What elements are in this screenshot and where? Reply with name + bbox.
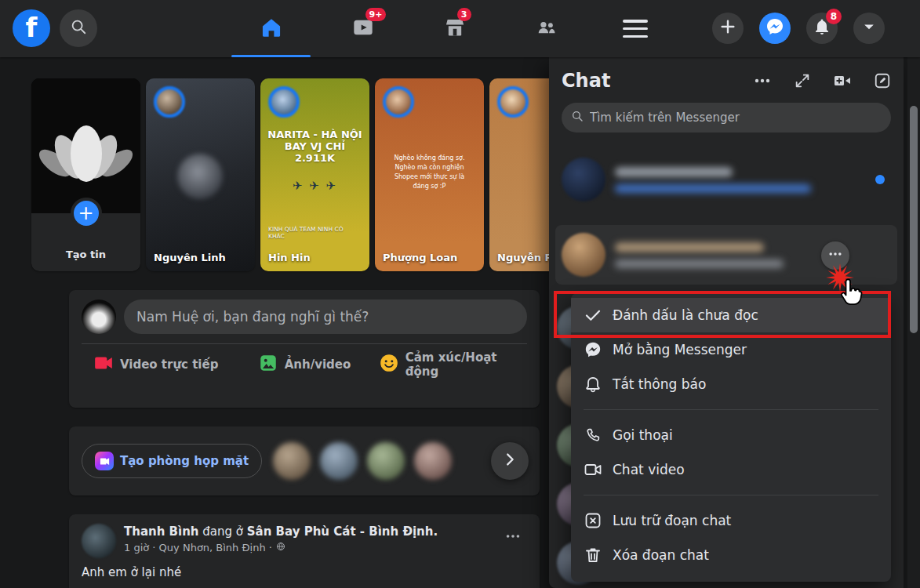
redacted-chat-message	[615, 260, 784, 268]
story-card[interactable]: Nguyên Linh	[146, 78, 255, 271]
photo-video-label: Ảnh/video	[285, 358, 351, 372]
rooms-next-button[interactable]	[491, 442, 529, 480]
groups-icon	[536, 16, 558, 42]
menu-divider	[584, 409, 878, 410]
chevron-down-icon	[861, 19, 877, 38]
tab-home[interactable]	[225, 0, 317, 57]
home-icon	[260, 16, 282, 42]
post-timestamp[interactable]: 1 giờ · Quy Nhơn, Bình Định ·	[124, 542, 272, 554]
post-title: Thanh Bình đang ở Sân Bay Phù Cát - Bình…	[124, 524, 438, 539]
create-story-plus-icon[interactable]: +	[71, 198, 102, 229]
expand-chat-icon[interactable]	[794, 72, 811, 89]
live-video-button[interactable]: Video trực tiếp	[82, 349, 230, 380]
search-icon	[571, 110, 584, 125]
tab-marketplace[interactable]: 3	[409, 0, 500, 57]
create-room-button[interactable]: Tạo phòng họp mặt	[82, 444, 262, 478]
menu-item-open-in-messenger[interactable]: Mở bằng Messenger	[571, 332, 891, 367]
messenger-button[interactable]	[759, 13, 791, 44]
page-scrollbar-track[interactable]	[907, 57, 920, 588]
room-participants	[273, 442, 452, 480]
check-icon	[584, 306, 602, 325]
chat-avatar	[562, 233, 605, 277]
story-author-avatar	[497, 86, 529, 118]
live-video-label: Video trực tiếp	[120, 358, 219, 372]
current-user-avatar[interactable]	[82, 299, 116, 334]
search-icon	[70, 18, 87, 38]
messenger-icon	[765, 17, 784, 39]
menu-item-video-chat[interactable]: Chat video	[571, 452, 891, 487]
facebook-logo[interactable]: f	[13, 9, 50, 47]
post-location-link[interactable]: Sân Bay Phù Cát - Bình Định.	[247, 524, 438, 539]
more-dots-icon	[504, 528, 522, 548]
post-meta: 1 giờ · Quy Nhơn, Bình Định ·	[124, 542, 438, 554]
menu-item-mark-unread[interactable]: Đánh dấu là chưa đọc	[571, 298, 891, 332]
avatar[interactable]	[414, 442, 452, 480]
live-video-icon	[93, 353, 114, 376]
composer-divider	[82, 343, 527, 344]
smiley-icon	[379, 353, 399, 376]
rooms-bar: Tạo phòng họp mặt	[69, 426, 540, 495]
menu-item-voice-call[interactable]: Gọi thoại	[571, 418, 891, 452]
post-author-name[interactable]: Thanh Bình	[124, 524, 199, 539]
more-dots-icon	[827, 246, 843, 265]
page-scrollbar-thumb[interactable]	[910, 106, 918, 333]
messenger-search-input[interactable]	[590, 111, 882, 125]
create-story-card[interactable]: + Tạo tin	[31, 78, 140, 271]
redacted-chat-name	[615, 242, 764, 252]
notifications-badge: 8	[826, 9, 842, 24]
menu-divider	[584, 495, 878, 495]
globe-icon	[276, 542, 285, 554]
trash-icon	[584, 546, 602, 564]
story-overlay-title: NARITA - HÀ NỘI BAY VJ CHỈ 2.911K	[267, 129, 363, 164]
chat-dropdown-panel: Chat	[549, 57, 904, 588]
notifications-button[interactable]: 8	[806, 13, 838, 44]
feed-post: Thanh Bình đang ở Sân Bay Phù Cát - Bình…	[69, 514, 540, 588]
create-story-label: Tạo tin	[31, 249, 140, 260]
main-menu-button[interactable]	[623, 20, 648, 38]
story-card[interactable]: Nghèo không đáng sợ. Nghèo mà còn nghiện…	[375, 78, 484, 271]
menu-item-delete-chat[interactable]: Xóa đoạn chat	[571, 538, 891, 572]
avatar[interactable]	[320, 442, 358, 480]
menu-item-archive-chat[interactable]: Lưu trữ đoạn chat	[571, 503, 891, 538]
chat-panel-title: Chat	[562, 70, 610, 92]
menu-item-label: Mở bằng Messenger	[613, 342, 747, 358]
post-body-text: Anh em ở lại nhé	[82, 565, 527, 579]
compose-message-icon[interactable]	[874, 72, 891, 89]
search-button[interactable]	[60, 9, 97, 47]
facebook-logo-letter: f	[26, 14, 38, 41]
chat-conversation-row[interactable]	[555, 150, 897, 209]
feeling-activity-label: Cảm xúc/Hoạt động	[405, 350, 527, 379]
conversation-options-button[interactable]	[821, 241, 849, 270]
chat-options-icon[interactable]	[753, 71, 772, 90]
menu-item-label: Chat video	[613, 462, 685, 477]
post-author-avatar[interactable]	[82, 524, 116, 558]
chat-avatar	[562, 158, 605, 201]
story-overlay-caption: KINH QUÁ TEAM NINH CÓ KHÁC	[268, 226, 346, 240]
tab-watch[interactable]: 9+	[317, 0, 409, 57]
story-author-avatar	[383, 86, 414, 118]
account-menu-button[interactable]	[853, 13, 885, 44]
avatar[interactable]	[273, 442, 311, 480]
create-room-label: Tạo phòng họp mặt	[120, 454, 249, 468]
top-navbar: f 9+ 3	[0, 0, 920, 57]
post-options-button[interactable]	[499, 524, 527, 552]
stories-row: + Tạo tin Nguyên Linh NARITA - HÀ NỘI BA…	[31, 78, 598, 271]
feeling-activity-button[interactable]: Cảm xúc/Hoạt động	[379, 349, 527, 380]
menu-item-label: Xóa đoạn chat	[613, 547, 709, 563]
new-video-call-icon[interactable]	[833, 71, 852, 90]
status-input[interactable]: Nam Huệ ơi, bạn đang nghĩ gì thế?	[124, 299, 527, 334]
create-button[interactable]	[712, 13, 744, 44]
conversation-context-menu: Đánh dấu là chưa đọc Mở bằng Messenger T…	[571, 293, 891, 582]
phone-icon	[584, 426, 602, 444]
menu-item-label: Gọi thoại	[613, 427, 673, 443]
tab-groups[interactable]	[500, 0, 592, 57]
messenger-icon	[584, 341, 602, 358]
messenger-search[interactable]	[562, 103, 891, 132]
photo-video-button[interactable]: Ảnh/video	[230, 349, 378, 380]
story-author-name: Hin Hin	[268, 252, 363, 263]
menu-item-label: Lưu trữ đoạn chat	[613, 513, 731, 528]
avatar[interactable]	[367, 442, 405, 480]
menu-item-mute-notifications[interactable]: Tắt thông báo	[571, 367, 891, 401]
story-card[interactable]: NARITA - HÀ NỘI BAY VJ CHỈ 2.911K ✈ ✈ ✈ …	[260, 78, 369, 271]
redacted-chat-name	[615, 167, 733, 177]
